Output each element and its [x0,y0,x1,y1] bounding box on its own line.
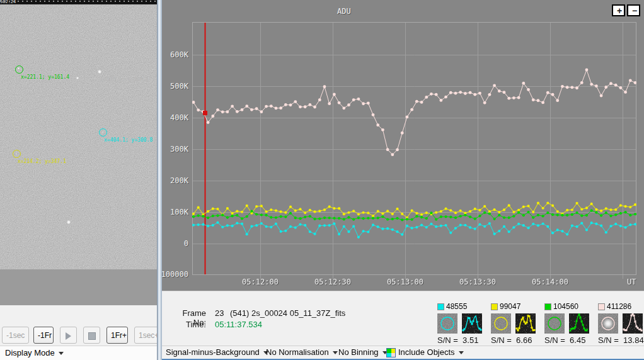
x-tick-label: 05:12:30 [308,278,358,286]
normalisation-dropdown[interactable]: No Normalisation [266,347,338,357]
signal-to-noise: S/N = 6.66 [491,335,536,345]
y-tick-label: 200K [159,176,188,185]
aperture-thumbnail[interactable] [491,313,511,334]
play-icon [66,332,71,340]
lightcurve-canvas[interactable] [192,22,636,280]
lightcurve-toolbar: Signal-minus-Background No Normalisation… [162,346,644,359]
y-axis-title: ADU [337,7,351,16]
psf-profile-thumbnail[interactable] [462,313,482,334]
signal-to-noise: S/N = 6.45 [544,335,590,345]
measurement-info-panel: Frame No: 23 (541) 2s_00024 05_11_37Z_fi… [162,291,644,346]
psf-profile-thumbnail[interactable] [623,313,643,334]
y-tick-label: 300K [159,145,188,154]
star-coordinates-label: x=221.1; y=161.4 [21,74,69,80]
legend-intensity-value: 48555 [446,302,467,311]
stop-icon [88,332,96,340]
legend-entry: 104560 S/N = 6.45 [544,302,590,345]
frame-time-value: 05:11:37.534 [215,320,262,329]
frame-time-label: Time: [168,320,206,329]
target-ring-green[interactable] [15,65,23,74]
play-button[interactable] [60,327,77,344]
aperture-thumbnail[interactable] [598,313,618,334]
display-mode-bar: Display Mode [0,346,157,360]
frame-number-value: 23 [215,308,224,318]
star [76,77,79,79]
light-curve-chart-panel: + − ADU 600K 500K 400K 300K 200K 100K 0 … [162,0,644,291]
legend-intensity-value: 99047 [500,302,520,311]
aperture-thumbnail[interactable] [544,313,565,334]
legend-intensity-value: 411286 [607,302,631,311]
x-tick-label: 05:13:30 [452,278,503,286]
y-tick-label: 0 [159,239,188,248]
signal-mode-dropdown[interactable]: Signal-minus-Background [166,347,268,357]
star-coordinates-label: x=214.2; y=347.1 [18,159,66,164]
y-tick-label-bottom: 100000 [159,270,188,279]
star-coordinates-label: x=597.1; y=167.6 [100,77,149,82]
video-footer-strip [0,269,157,305]
step-forward-1frame-button[interactable]: 1Fr+ [106,327,128,344]
aperture-thumbnail[interactable] [437,313,457,334]
video-frame-panel: 502.24 x=221.1; y=161.4 x=597.1; y=167.6… [0,0,157,360]
chevron-down-icon [333,351,338,354]
legend-entry: 48555 S/N = 3.51 [437,302,483,345]
legend-intensity-value: 104560 [553,302,578,311]
chevron-down-icon [59,352,64,355]
x-tick-label: 05:14:00 [525,278,575,286]
x-axis-unit-label: UT [627,278,636,286]
zoom-in-button[interactable]: + [612,4,625,16]
psf-profile-thumbnail[interactable] [515,313,536,334]
x-tick-label: 05:13:00 [380,278,430,286]
step-back-1sec-button[interactable]: -1sec [2,327,29,344]
legend-color-swatch [437,303,444,310]
psf-profile-thumbnail[interactable] [569,313,589,334]
display-mode-dropdown[interactable]: Display Mode [5,348,64,357]
include-objects-dropdown[interactable]: Include Objects [398,347,464,357]
target-ring-cyan[interactable] [99,128,107,137]
video-starfield[interactable]: x=221.1; y=161.4 x=597.1; y=167.6 x=404.… [0,4,157,269]
chevron-down-icon [459,351,464,354]
star-coordinates-label: x=404.1; y=300.8 [104,137,152,143]
stop-button[interactable] [83,327,100,344]
include-objects-icon [386,348,396,357]
signal-to-noise: S/N = 3.51 [437,335,483,345]
star [67,220,71,224]
tangra-light-curve-window: 502.24 x=221.1; y=161.4 x=597.1; y=167.6… [0,0,644,360]
y-tick-label: 400K [159,113,188,122]
y-tick-label: 600K [159,50,188,59]
y-tick-label: 100K [159,208,188,217]
legend-color-swatch [544,303,551,310]
legend-entry: 99047 S/N = 6.66 [491,302,536,345]
legend-color-swatch [491,303,498,310]
binning-dropdown[interactable]: No Binning [338,347,388,357]
step-back-1frame-button[interactable]: -1Fr [33,327,54,344]
x-tick-label: 05:12:00 [235,278,285,286]
target-ring-yellow[interactable] [13,150,21,158]
star [98,70,101,74]
video-osd-strip: 502.24 [0,0,157,4]
file-name-value: (541) 2s_00024 05_11_37Z_fits [230,308,345,318]
signal-to-noise: S/N = 13.84 [598,335,643,345]
legend-entry: 411286 S/N = 13.84 [598,302,643,345]
playback-controls: -1sec -1Fr 1Fr+ 1sec+ [0,305,157,346]
legend-color-swatch [598,303,605,310]
y-tick-label: 500K [159,82,188,91]
osd-timestamp: 502.24 [0,0,16,4]
zoom-out-button[interactable]: − [627,4,640,16]
